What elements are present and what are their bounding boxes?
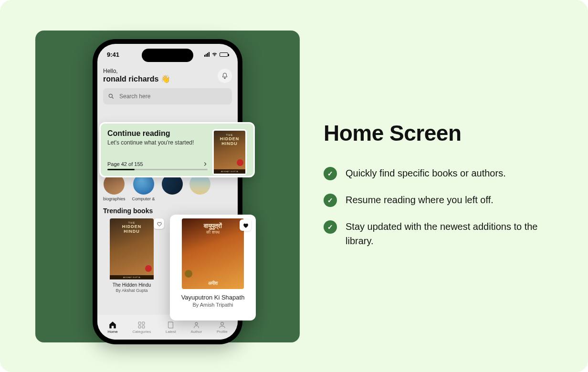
- svg-line-1: [112, 97, 114, 99]
- home-icon: [108, 320, 117, 329]
- check-icon: ✓: [324, 220, 337, 234]
- svg-point-7: [220, 322, 223, 325]
- nav-profile[interactable]: Profile: [217, 321, 228, 334]
- category-label: biographies: [103, 196, 126, 201]
- book-author: By Amish Tripathi: [193, 302, 233, 308]
- category-item[interactable]: [162, 174, 183, 201]
- svg-point-6: [195, 322, 198, 325]
- nav-home[interactable]: Home: [107, 320, 117, 334]
- nav-author[interactable]: Author: [191, 321, 202, 334]
- check-icon: ✓: [324, 194, 337, 207]
- profile-icon: [218, 321, 226, 329]
- continue-title: Continue reading: [107, 129, 208, 138]
- feature-item: ✓ Stay updated with the newest additions…: [324, 219, 557, 248]
- category-item[interactable]: biographies: [103, 174, 126, 201]
- check-icon: ✓: [324, 167, 337, 180]
- author-icon: [192, 321, 200, 329]
- book-title: The Hidden Hindu: [113, 282, 151, 288]
- bell-icon: [221, 72, 228, 79]
- book-cover: वायुपुत्रों की शपथ अमीश: [182, 218, 244, 289]
- svg-rect-5: [142, 325, 145, 328]
- status-time: 9:41: [107, 51, 119, 58]
- signal-icon: [204, 52, 210, 57]
- search-icon: [108, 93, 115, 100]
- book-author: By Akshat Gupta: [116, 288, 147, 293]
- feature-item: ✓ Resume reading where you left off.: [324, 193, 557, 207]
- svg-rect-3: [142, 322, 145, 324]
- heart-icon: [242, 222, 249, 228]
- marketing-canvas: 9:41 Hello, ronald richards 👋: [0, 0, 588, 372]
- book-title: Vayuputron Ki Shapath: [181, 294, 245, 301]
- category-item[interactable]: Computer &: [132, 174, 155, 201]
- categories-list[interactable]: biographies Computer &: [103, 174, 232, 201]
- svg-point-0: [109, 94, 112, 97]
- favorite-button[interactable]: [240, 219, 251, 231]
- search-input[interactable]: Search here: [103, 88, 232, 104]
- book-cover: THE HIDDEN HINDU AKSHAT GUPTA: [110, 218, 154, 279]
- grid-icon: [137, 321, 146, 329]
- marketing-copy: Home Screen ✓ Quickly find specific book…: [324, 120, 557, 260]
- continue-reading-card[interactable]: Continue reading Let's continue what you…: [99, 122, 255, 177]
- continue-book-cover: THE HIDDEN HINDU AKSHAT GUPTA: [212, 129, 247, 175]
- svg-rect-4: [138, 325, 141, 328]
- nav-categories[interactable]: Categories: [133, 321, 151, 334]
- reading-progress: [107, 169, 208, 170]
- greeting-hello: Hello,: [103, 68, 170, 74]
- trending-book-card[interactable]: THE HIDDEN HINDU AKSHAT GUPTA The Hidden…: [103, 218, 160, 293]
- feature-text: Quickly find specific books or authors.: [346, 166, 506, 180]
- dynamic-island: [142, 49, 193, 62]
- trending-heading: Trending books: [103, 207, 232, 215]
- category-label: Computer &: [132, 196, 155, 201]
- battery-icon: [220, 52, 228, 57]
- greeting-name: ronald richards 👋: [103, 74, 170, 83]
- search-placeholder: Search here: [119, 93, 150, 100]
- nav-latest[interactable]: Latest: [166, 321, 176, 334]
- feature-text: Resume reading where you left off.: [346, 193, 494, 207]
- notifications-button[interactable]: [218, 69, 232, 83]
- favorite-button[interactable]: [154, 218, 164, 229]
- feature-item: ✓ Quickly find specific books or authors…: [324, 166, 557, 180]
- feature-text: Stay updated with the newest additions t…: [346, 219, 557, 248]
- wifi-icon: [211, 52, 218, 57]
- heart-icon: [157, 221, 162, 227]
- featured-book-card[interactable]: वायुपुत्रों की शपथ अमीश Vayuputron Ki Sh…: [170, 215, 256, 320]
- svg-rect-2: [138, 322, 141, 324]
- continue-page-label: Page 42 of 155: [107, 161, 143, 167]
- chevron-right-icon: [203, 162, 208, 166]
- category-item[interactable]: [189, 174, 210, 201]
- page-title: Home Screen: [324, 120, 557, 146]
- continue-subtitle: Let's continue what you're started!: [107, 139, 208, 146]
- book-icon: [167, 321, 175, 329]
